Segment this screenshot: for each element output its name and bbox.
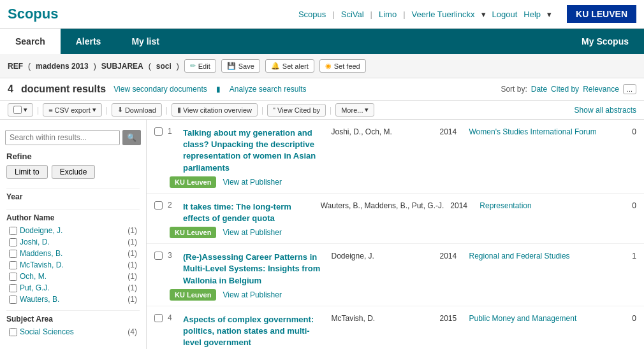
ku-leuven-button[interactable]: KU Leuven bbox=[170, 289, 216, 301]
author-checkbox-label[interactable]: McTavish, D. bbox=[9, 260, 64, 269]
top-nav-links: Scopus | SciVal | Limo | Veerle Tuerlinc… bbox=[298, 5, 636, 23]
view-publisher-link[interactable]: View at Publisher bbox=[223, 228, 282, 237]
view-publisher-link[interactable]: View at Publisher bbox=[223, 178, 282, 187]
select-all-button[interactable]: ▾ bbox=[8, 103, 33, 117]
set-alert-button[interactable]: 🔔 Set alert bbox=[265, 59, 314, 73]
nav-limo[interactable]: Limo bbox=[379, 10, 397, 19]
divider2: | bbox=[370, 10, 372, 19]
refine-buttons: Limit to Exclude bbox=[0, 164, 146, 184]
csv-export-button[interactable]: ≡ CSV export ▾ bbox=[43, 103, 102, 117]
author-checkbox-label[interactable]: Wauters, B. bbox=[9, 295, 59, 304]
view-secondary-link[interactable]: View secondary documents bbox=[113, 85, 207, 94]
tab-alerts[interactable]: Alerts bbox=[61, 29, 117, 54]
toolbar-sep3: | bbox=[166, 106, 168, 115]
set-feed-button[interactable]: ◉ Set feed bbox=[319, 59, 366, 73]
author-checkbox-label[interactable]: Maddens, B. bbox=[9, 249, 62, 258]
tab-search[interactable]: Search bbox=[0, 29, 61, 54]
scopus-logo: Scopus bbox=[8, 6, 58, 22]
save-button[interactable]: 💾 Save bbox=[221, 59, 260, 73]
author-checkbox-label[interactable]: Joshi, D. bbox=[9, 238, 50, 246]
sort-area: Sort by: Date Cited by Relevance ... bbox=[501, 84, 636, 94]
author-checkbox[interactable] bbox=[9, 261, 17, 269]
show-abstracts-link[interactable]: Show all abstracts bbox=[574, 106, 636, 115]
limit-to-button[interactable]: Limit to bbox=[6, 165, 48, 179]
view-citation-button[interactable]: ▮ View citation overview bbox=[172, 103, 258, 117]
sidebar-author-item: McTavish, D.(1) bbox=[6, 259, 140, 271]
view-cited-by-button[interactable]: " View Cited by bbox=[267, 104, 326, 117]
author-count: (1) bbox=[128, 260, 137, 269]
edit-button[interactable]: ✏ Edit bbox=[184, 59, 216, 73]
tab-bar: Search Alerts My list My Scopus bbox=[0, 29, 644, 54]
sidebar-author-item: Dodeigne, J.(1) bbox=[6, 225, 140, 236]
save-icon: 💾 bbox=[227, 62, 236, 70]
author-checkbox-label[interactable]: Dodeigne, J. bbox=[9, 226, 62, 235]
tab-myscopus[interactable]: My Scopus bbox=[566, 29, 644, 54]
result-actions: KU Leuven View at Publisher bbox=[154, 287, 636, 302]
author-checkbox[interactable] bbox=[9, 227, 17, 235]
result-checkbox[interactable] bbox=[154, 314, 163, 322]
result-cited-count: 1 bbox=[617, 252, 636, 287]
ref-close-paren: ) bbox=[94, 62, 96, 71]
result-journal[interactable]: Women's Studies International Forum bbox=[469, 127, 611, 174]
ref-value: maddens 2013 bbox=[36, 62, 89, 71]
result-journal[interactable]: Representation bbox=[479, 201, 611, 224]
tab-mylist[interactable]: My list bbox=[116, 29, 175, 54]
nav-scopus[interactable]: Scopus bbox=[298, 10, 326, 19]
search-within-input[interactable] bbox=[5, 130, 120, 145]
nav-user[interactable]: Veerle Tuerlinckx bbox=[412, 10, 475, 19]
result-authors: Joshi, D., Och, M. bbox=[332, 127, 434, 174]
bar-chart-icon: ▮ bbox=[216, 85, 221, 94]
nav-logout[interactable]: Logout bbox=[492, 10, 518, 19]
divider: | bbox=[332, 10, 334, 19]
result-num: 1 bbox=[168, 126, 178, 136]
nav-help[interactable]: Help bbox=[523, 10, 541, 19]
query-bar: REF ( maddens 2013 ) SUBJAREA ( soci ) ✏… bbox=[0, 54, 644, 78]
result-checkbox[interactable] bbox=[154, 201, 163, 210]
toolbar-sep2: | bbox=[106, 106, 108, 115]
subject-checkbox[interactable] bbox=[9, 328, 17, 336]
result-journal[interactable]: Regional and Federal Studies bbox=[469, 252, 611, 287]
select-dropdown-icon: ▾ bbox=[24, 106, 27, 114]
main-layout: 🔍 Refine Limit to Exclude Year Author Na… bbox=[0, 120, 644, 349]
sort-date[interactable]: Date bbox=[531, 85, 547, 94]
select-all-checkbox[interactable] bbox=[13, 106, 22, 114]
search-within-button[interactable]: 🔍 bbox=[122, 130, 141, 145]
author-checkbox[interactable] bbox=[9, 238, 17, 246]
analyze-link[interactable]: Analyze search results bbox=[230, 85, 307, 94]
result-year: 2014 bbox=[440, 252, 463, 287]
result-top: 4 Aspects of complex government: politic… bbox=[154, 313, 636, 349]
results-list: 1 Talking about my generation and class?… bbox=[147, 120, 644, 349]
author-checkbox[interactable] bbox=[9, 284, 17, 292]
sort-relevance[interactable]: Relevance bbox=[583, 85, 619, 94]
results-links: View secondary documents ▮ Analyze searc… bbox=[113, 85, 306, 94]
result-title[interactable]: (Re-)Assessing Career Patterns in Multi-… bbox=[183, 252, 320, 285]
nav-scival[interactable]: SciVal bbox=[341, 10, 364, 19]
result-journal[interactable]: Public Money and Management bbox=[469, 314, 611, 349]
exclude-button[interactable]: Exclude bbox=[52, 165, 96, 179]
ku-leuven-button[interactable]: KU Leuven bbox=[170, 227, 216, 238]
sort-cited[interactable]: Cited by bbox=[551, 85, 579, 94]
result-body: Talking about my generation and class? U… bbox=[183, 126, 636, 174]
more-button[interactable]: More... ▾ bbox=[335, 103, 374, 117]
author-checkbox[interactable] bbox=[9, 273, 17, 281]
subject-title: Subject Area bbox=[6, 310, 140, 324]
result-year: 2014 bbox=[440, 127, 463, 174]
download-button[interactable]: ⬇ Download bbox=[112, 103, 162, 117]
author-checkbox[interactable] bbox=[9, 250, 17, 258]
sort-more-button[interactable]: ... bbox=[623, 84, 636, 94]
result-checkbox[interactable] bbox=[154, 252, 163, 260]
view-publisher-link[interactable]: View at Publisher bbox=[223, 290, 282, 299]
subject-checkbox-label[interactable]: Social Sciences bbox=[9, 327, 74, 336]
toolbar-sep4: | bbox=[261, 106, 263, 115]
author-checkbox[interactable] bbox=[9, 296, 17, 304]
table-row: 2 It takes time: The long-term effects o… bbox=[147, 194, 644, 244]
author-checkbox-label[interactable]: Put, G.J. bbox=[9, 283, 50, 292]
result-checkbox[interactable] bbox=[154, 127, 163, 136]
author-section: Author Name Dodeigne, J.(1) Joshi, D.(1)… bbox=[0, 205, 146, 306]
result-title[interactable]: It takes time: The long-term effects of … bbox=[183, 202, 291, 223]
result-title[interactable]: Aspects of complex government: politics,… bbox=[183, 315, 314, 347]
result-title[interactable]: Talking about my generation and class? U… bbox=[183, 128, 316, 173]
ku-leuven-button[interactable]: KU Leuven bbox=[170, 176, 216, 188]
result-cited-count: 0 bbox=[617, 201, 636, 224]
author-checkbox-label[interactable]: Och, M. bbox=[9, 272, 47, 281]
